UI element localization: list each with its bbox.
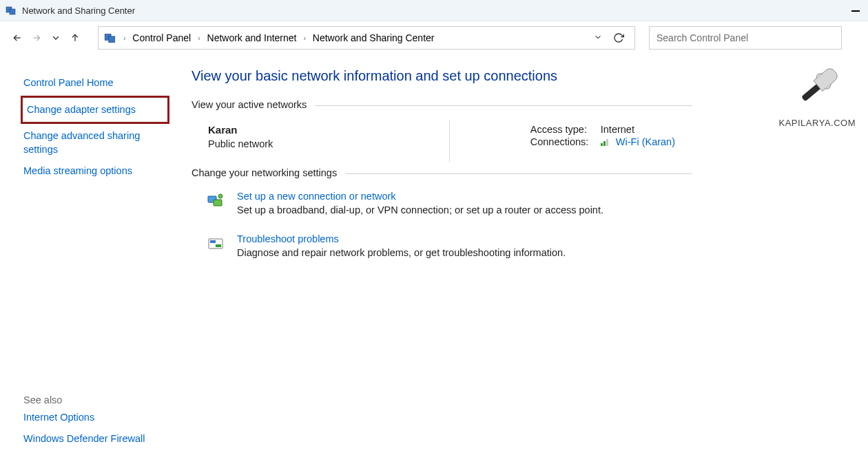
minimize-button[interactable]	[851, 10, 860, 12]
chevron-right-icon[interactable]: ›	[196, 34, 201, 42]
address-bar[interactable]: › Control Panel › Network and Internet ›…	[98, 26, 635, 50]
up-button[interactable]	[68, 30, 83, 45]
recent-dropdown[interactable]	[48, 30, 63, 45]
refresh-button[interactable]	[608, 27, 629, 49]
section-active-networks: View your active networks	[192, 99, 692, 110]
breadcrumb-item[interactable]: Network and Internet	[207, 32, 297, 43]
breadcrumb-item[interactable]: Control Panel	[132, 32, 191, 43]
svg-rect-10	[216, 244, 221, 247]
see-also-label: See also	[21, 390, 169, 407]
see-also-firewall[interactable]: Windows Defender Firewall	[21, 428, 169, 450]
svg-rect-6	[214, 200, 222, 206]
search-input[interactable]	[657, 32, 834, 43]
connection-link[interactable]: Wi-Fi (Karan)	[616, 136, 675, 147]
divider	[315, 105, 692, 106]
setting-item-troubleshoot: Troubleshoot problems Diagnose and repai…	[207, 233, 853, 258]
svg-rect-3	[109, 36, 115, 43]
network-setup-icon	[207, 192, 225, 210]
page-title: View your basic network information and …	[192, 68, 853, 84]
sidebar-link-home[interactable]: Control Panel Home	[21, 72, 169, 94]
setting-desc: Diagnose and repair network problems, or…	[237, 247, 566, 258]
location-icon	[104, 32, 116, 44]
network-type: Public network	[208, 138, 273, 149]
chevron-right-icon[interactable]: ›	[122, 34, 127, 42]
svg-rect-9	[210, 240, 216, 243]
svg-point-7	[218, 194, 223, 198]
vertical-divider	[449, 120, 450, 162]
troubleshoot-icon	[207, 235, 225, 253]
address-dropdown[interactable]	[593, 32, 603, 44]
highlight-box: Change adapter settings	[21, 96, 169, 125]
connections-label: Connections:	[530, 136, 594, 147]
section-label: View your active networks	[192, 99, 307, 110]
access-type-label: Access type:	[530, 124, 594, 135]
toolbar: › Control Panel › Network and Internet ›…	[0, 21, 868, 54]
section-label: Change your networking settings	[192, 167, 337, 178]
section-change-settings: Change your networking settings	[192, 167, 692, 178]
forward-button[interactable]	[29, 30, 44, 45]
sidebar-link-adapter[interactable]: Change adapter settings	[24, 99, 166, 121]
breadcrumb-item[interactable]: Network and Sharing Center	[313, 32, 435, 43]
setting-title[interactable]: Set up a new connection or network	[237, 191, 603, 202]
see-also-internet-options[interactable]: Internet Options	[21, 407, 169, 429]
setting-item-setup-connection: Set up a new connection or network Set u…	[207, 191, 853, 215]
svg-rect-1	[10, 9, 15, 14]
chevron-right-icon[interactable]: ›	[302, 34, 307, 42]
sidebar-link-advanced-sharing[interactable]: Change advanced sharing settings	[21, 125, 169, 160]
setting-desc: Set up a broadband, dial-up, or VPN conn…	[237, 204, 603, 215]
watermark-text: KAPILARYA.COM	[779, 118, 856, 128]
app-icon	[6, 5, 17, 16]
watermark: KAPILARYA.COM	[779, 56, 856, 128]
setting-title[interactable]: Troubleshoot problems	[237, 233, 566, 244]
window-titlebar: Network and Sharing Center	[0, 0, 868, 21]
search-box[interactable]	[649, 26, 842, 50]
divider	[345, 173, 692, 174]
sidebar-link-media-streaming[interactable]: Media streaming options	[21, 160, 169, 182]
network-row: Karan Public network Access type: Intern…	[192, 120, 692, 167]
access-type-value: Internet	[601, 124, 634, 135]
main-content: KAPILARYA.COM View your basic network in…	[179, 54, 868, 464]
window-title: Network and Sharing Center	[22, 6, 135, 16]
back-button[interactable]	[10, 30, 25, 45]
network-name: Karan	[208, 124, 273, 136]
wifi-signal-icon	[601, 138, 610, 146]
sidebar: Control Panel Home Change adapter settin…	[0, 54, 179, 464]
